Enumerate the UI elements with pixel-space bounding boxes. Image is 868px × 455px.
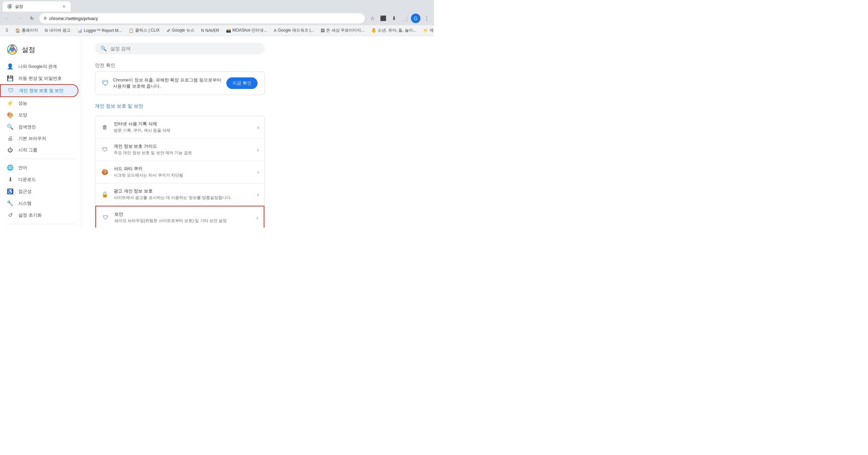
bookmark-homepage[interactable]: 🏠 홈페이지 [13, 26, 41, 34]
search-input[interactable] [110, 46, 259, 51]
menu-button[interactable]: ⋮ [422, 14, 431, 23]
content-area: 🔍 안전 확인 🛡 Chrome이 정보 유출, 유해한 확장 프로그램 등으로… [81, 36, 434, 228]
check-now-button[interactable]: 지금 확인 [226, 77, 258, 89]
jquery-icon: 📁 [423, 28, 428, 33]
safety-check-card: 🛡 Chrome이 정보 유출, 유해한 확장 프로그램 등으로부터 사용자를 … [95, 71, 265, 95]
sidebar-title: 설정 [22, 45, 35, 54]
active-tab[interactable]: 설정 ✕ [3, 1, 71, 12]
autofill-nav-icon: 💾 [7, 75, 14, 81]
bookmark-logger[interactable]: 📊 Logger™ Report M... [75, 27, 125, 34]
sidebar-item-autofill[interactable]: 💾 자동 완성 및 비밀번호 [0, 72, 78, 84]
address-bar[interactable]: ⚙ chrome://settings/privacy [39, 13, 365, 23]
bookmark-label: 네이버 광고 [49, 28, 71, 33]
bookmark-freeimage[interactable]: 🖼 온 세상 무료이미지... [318, 26, 367, 34]
tab-title: 설정 [15, 4, 23, 10]
cookies-content: 서드 파티 쿠키 시크릿 모드에서는 타사 쿠키가 차단됨 [114, 166, 252, 178]
bookmark-label: MOAShot-인터넷... [232, 28, 267, 33]
sidebar-item-browser[interactable]: 🖨 기본 브라우저 [0, 133, 78, 144]
sidebar-item-appearance[interactable]: 🎨 모양 [0, 109, 78, 121]
profile-avatar[interactable]: G [411, 14, 420, 23]
search-icon: 🔍 [100, 46, 107, 52]
sidebar-item-download[interactable]: ⬇ 다운로드 [0, 174, 78, 185]
reset-nav-icon: ↺ [7, 212, 14, 218]
tab-favicon [7, 4, 12, 9]
forward-button[interactable]: → [15, 14, 24, 23]
sidebar-item-search[interactable]: 🔍 검색엔진 [0, 121, 78, 133]
security-title: 보안 [114, 211, 252, 217]
safety-check-description: Chrome이 정보 유출, 유해한 확장 프로그램 등으로부터 사용자를 보호… [113, 77, 222, 89]
settings-item-privacy-guide[interactable]: 🛡 개인 정보 보호 가이드 주요 개인 정보 보호 및 보안 제어 기능 검토… [95, 139, 264, 161]
settings-item-clear-browsing[interactable]: 🗑 인터넷 사용 기록 삭제 방문 기록, 쿠키, 캐시 등을 삭제 › [95, 116, 264, 139]
sidebar-item-performance-label: 성능 [18, 100, 72, 106]
tab-button[interactable]: ⬜ [400, 14, 410, 23]
bookmark-moashot[interactable]: 📸 MOAShot-인터넷... [223, 26, 270, 34]
bookmark-clix[interactable]: 📋 클릭스 | CLIX [126, 26, 162, 34]
gnews-icon: 🗞 [167, 28, 171, 33]
sidebar-item-extensions[interactable]: 🧩 확장 프로그램 ↗ [0, 227, 78, 228]
sidebar-item-reset[interactable]: ↺ 설정 초기화 [0, 209, 78, 221]
bookmark-star-button[interactable]: ☆ [367, 14, 377, 23]
search-nav-icon: 🔍 [7, 124, 14, 130]
reload-button[interactable]: ↻ [27, 14, 37, 23]
back-button[interactable]: ← [3, 14, 12, 23]
address-bar-row: ← → ↻ ⚙ chrome://settings/privacy ☆ ⬛ ⬇ … [0, 12, 434, 25]
bookmark-kids[interactable]: 👶 소년, 유아, 돌, 놀이... [369, 26, 419, 34]
ad-privacy-content: 광고 개인 정보 보호 사이트에서 광고를 표시하는 데 사용하는 정보를 맞춤… [114, 188, 252, 201]
clix-icon: 📋 [129, 28, 134, 33]
sidebar-item-accessibility[interactable]: ♿ 접근성 [0, 185, 78, 197]
sidebar-item-system-label: 시스템 [18, 200, 72, 206]
tab-close-button[interactable]: ✕ [61, 4, 67, 9]
settings-item-ad-privacy[interactable]: 🔒 광고 개인 정보 보호 사이트에서 광고를 표시하는 데 사용하는 정보를 … [95, 183, 264, 206]
sidebar-item-language[interactable]: 🌐 언어 [0, 162, 78, 174]
bookmark-jquery[interactable]: 📁 제이쿼리모음 [420, 26, 434, 34]
privacy-guide-icon: 🛡 [101, 146, 109, 154]
ad-privacy-title: 광고 개인 정보 보호 [114, 188, 252, 194]
settings-list: 🗑 인터넷 사용 기록 삭제 방문 기록, 쿠키, 캐시 등을 삭제 › 🛡 개… [95, 116, 265, 228]
ad-privacy-icon: 🔒 [101, 190, 109, 199]
bookmarks-bar: ⠿ 🏠 홈페이지 N 네이버 광고 📊 Logger™ Report M... … [0, 25, 434, 36]
privacy-guide-title: 개인 정보 보호 가이드 [114, 143, 252, 149]
bookmark-label: 클릭스 | CLIX [135, 28, 159, 33]
bookmark-naver[interactable]: N NAVER [199, 27, 222, 34]
svg-point-1 [9, 6, 11, 7]
tab-bar: 설정 ✕ [0, 0, 434, 12]
download-button[interactable]: ⬇ [389, 14, 399, 23]
sidebar-item-system[interactable]: 🔧 시스템 [0, 197, 78, 209]
performance-nav-icon: ⚡ [7, 100, 14, 106]
system-nav-icon: 🔧 [7, 200, 14, 206]
sidebar-item-google[interactable]: 👤 나와 Google의 관계 [0, 60, 78, 72]
bookmark-naver-ad[interactable]: N 네이버 광고 [42, 26, 73, 34]
sidebar-item-startup-label: 시작 그룹 [18, 147, 72, 153]
browser-nav-icon: 🖨 [7, 135, 14, 142]
extension-button[interactable]: ⬛ [378, 14, 388, 23]
ad-privacy-arrow: › [257, 192, 259, 197]
bookmark-apps[interactable]: ⠿ [3, 27, 11, 34]
naver-icon: N [45, 28, 48, 33]
privacy-nav-icon: 🛡 [7, 88, 14, 94]
settings-search[interactable]: 🔍 [95, 43, 265, 54]
bookmark-adwords[interactable]: A Google 애드워즈 |... [271, 26, 317, 34]
settings-item-cookies[interactable]: 🍪 서드 파티 쿠키 시크릿 모드에서는 타사 쿠키가 차단됨 › [95, 161, 264, 183]
accessibility-nav-icon: ♿ [7, 188, 14, 195]
url-text: chrome://settings/privacy [49, 16, 361, 21]
kids-icon: 👶 [371, 28, 376, 33]
sidebar-item-performance[interactable]: ⚡ 성능 [0, 97, 78, 109]
lock-icon: ⚙ [43, 16, 47, 21]
bookmark-google-news[interactable]: 🗞 Google 뉴스 [164, 26, 197, 34]
settings-item-security[interactable]: 🛡 보안 세이프 브라우징(위험한 사이트로부터 보호) 및 기타 보안 설정 … [95, 206, 264, 228]
cookies-subtitle: 시크릿 모드에서는 타사 쿠키가 차단됨 [114, 172, 252, 178]
naver2-icon: N [201, 28, 204, 33]
cookies-icon: 🍪 [101, 168, 109, 176]
sidebar-item-accessibility-label: 접근성 [18, 188, 72, 195]
sidebar-item-privacy-label: 개인 정보 보호 및 보안 [19, 88, 71, 94]
bookmark-label: NAVER [205, 28, 219, 33]
settings-list-wrapper: 3 [보안]선택 🗑 인터넷 사용 기록 삭제 방문 기록, 쿠키, 캐시 등을… [95, 116, 265, 228]
freeimage-icon: 🖼 [321, 28, 325, 33]
homepage-icon: 🏠 [15, 28, 20, 33]
privacy-section-title: 개인 정보 보호 및 보안 [95, 103, 420, 109]
sidebar-item-startup[interactable]: ⏻ 시작 그룹 [0, 144, 78, 156]
safety-check-label: 안전 확인 [95, 62, 420, 69]
language-nav-icon: 🌐 [7, 164, 14, 171]
clear-browsing-content: 인터넷 사용 기록 삭제 방문 기록, 쿠키, 캐시 등을 삭제 [114, 121, 252, 133]
sidebar-item-privacy[interactable]: 🛡 개인 정보 보호 및 보안 [0, 84, 78, 97]
